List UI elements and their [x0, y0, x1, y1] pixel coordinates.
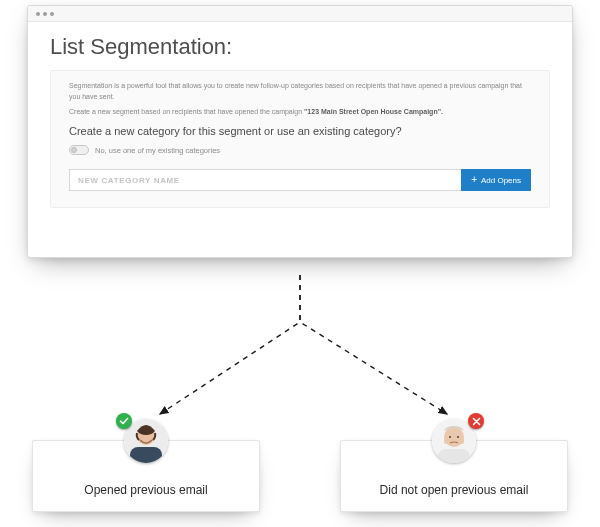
- outcome-label: Opened previous email: [84, 483, 207, 497]
- close-icon: [468, 413, 484, 429]
- svg-point-10: [460, 438, 464, 444]
- outcome-label: Did not open previous email: [380, 483, 529, 497]
- svg-point-8: [457, 436, 459, 438]
- svg-point-9: [444, 438, 448, 444]
- svg-rect-11: [438, 449, 470, 463]
- diagram-stage: { "window": { "title": "List Segmentatio…: [0, 0, 600, 527]
- avatar: [124, 419, 168, 463]
- svg-rect-3: [130, 447, 162, 463]
- outcome-card-not-opened: Did not open previous email: [340, 440, 568, 512]
- check-icon: [116, 413, 132, 429]
- svg-point-6: [444, 427, 464, 447]
- svg-point-7: [449, 436, 451, 438]
- outcome-card-opened: Opened previous email: [32, 440, 260, 512]
